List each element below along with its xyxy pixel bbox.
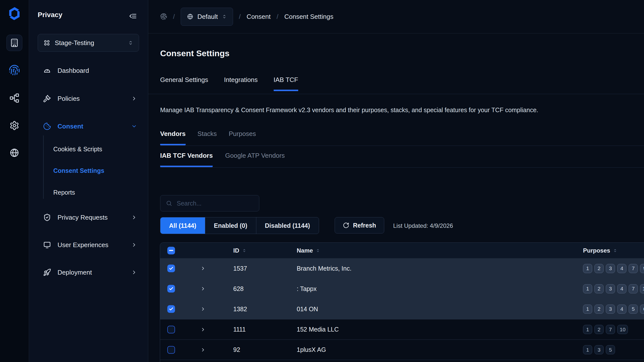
checkbox-check-icon: [169, 287, 174, 291]
tcf-subtabs: Vendors Stacks Purposes: [160, 130, 256, 145]
purpose-badge: 2: [594, 325, 604, 334]
organization-button[interactable]: [6, 35, 22, 51]
vendor-id: 628: [233, 279, 244, 299]
vendor-table-body: 1537 Branch Metrics, Inc. 123479 628 : T…: [160, 258, 644, 360]
settings-gear-icon[interactable]: [10, 121, 19, 131]
gauge-icon: [43, 67, 51, 75]
page-description: Manage IAB Transparency & Consent Framew…: [160, 106, 538, 114]
tab-iab-tcf-vendors[interactable]: IAB TCF Vendors: [160, 152, 213, 167]
row-checkbox[interactable]: [167, 305, 175, 313]
sidebar-item-policies[interactable]: Policies: [29, 90, 148, 107]
purpose-badge: 3: [594, 345, 604, 354]
fingerprint-icon: [160, 13, 167, 20]
gavel-icon: [43, 95, 51, 103]
expand-row-icon[interactable]: [200, 327, 206, 332]
row-checkbox[interactable]: [167, 346, 175, 354]
collapse-sidebar-icon[interactable]: [129, 12, 136, 20]
table-row[interactable]: 1537 Branch Metrics, Inc. 123479: [160, 258, 644, 279]
purpose-badge: 7: [629, 284, 638, 293]
sidebar: Privacy Stage-Testing Dashboard: [29, 0, 148, 362]
table-row[interactable]: 628 : Tappx 1234710: [160, 279, 644, 299]
list-updated-text: List Updated: 4/9/2026: [393, 222, 453, 229]
sidebar-item-cookies-scripts[interactable]: Cookies & Scripts: [53, 141, 102, 157]
column-header-name[interactable]: Name: [297, 247, 320, 254]
row-checkbox[interactable]: [167, 326, 175, 333]
subtab-vendors[interactable]: Vendors: [160, 130, 186, 145]
monitor-icon: [43, 241, 51, 249]
purpose-badge: 5: [606, 345, 615, 354]
tab-general-settings[interactable]: General Settings: [160, 76, 208, 91]
purpose-badge: 1: [583, 264, 592, 273]
filter-enabled[interactable]: Enabled (0): [205, 217, 256, 234]
sidebar-item-reports[interactable]: Reports: [53, 184, 75, 200]
vendor-name: 1plusX AG: [297, 340, 326, 360]
subtab-stacks[interactable]: Stacks: [198, 130, 217, 145]
sort-icon: [242, 248, 246, 254]
search-icon: [166, 200, 172, 206]
sidebar-item-consent[interactable]: Consent: [29, 118, 148, 135]
globe-icon[interactable]: [10, 148, 19, 158]
privacy-fingerprint-icon[interactable]: [9, 64, 20, 76]
sidebar-item-deployment[interactable]: Deployment: [29, 264, 148, 281]
filter-all[interactable]: All (1144): [160, 217, 205, 234]
purpose-badge: 10: [617, 325, 628, 334]
subtab-purposes[interactable]: Purposes: [229, 130, 256, 145]
refresh-icon: [343, 222, 349, 228]
tab-integrations[interactable]: Integrations: [224, 76, 258, 91]
chevron-down-icon: [131, 123, 137, 129]
purpose-badge: 1: [583, 284, 592, 293]
purposes-badges: 123456: [583, 299, 644, 319]
brand-logo-icon[interactable]: [7, 6, 22, 21]
vendor-search: [160, 195, 259, 211]
vendor-table: ID Name Purposes: [160, 242, 644, 362]
status-filter-group: All (1144) Enabled (0) Disabled (1144): [160, 217, 319, 234]
icon-rail: [0, 0, 29, 362]
tab-google-atp-vendors[interactable]: Google ATP Vendors: [225, 152, 284, 167]
table-row-partial: [160, 360, 644, 362]
workspace-selector[interactable]: Stage-Testing: [38, 34, 139, 52]
select-all-checkbox[interactable]: [167, 247, 175, 254]
checkbox-check-icon: [169, 307, 174, 312]
purpose-badge: 2: [594, 305, 604, 314]
expand-row-icon[interactable]: [200, 306, 206, 312]
sort-icon: [316, 248, 320, 254]
sidebar-subitem-label: Consent Settings: [53, 167, 104, 174]
page-title: Consent Settings: [160, 48, 230, 58]
tab-iab-tcf[interactable]: IAB TCF: [274, 76, 298, 91]
purpose-badge: 4: [617, 284, 626, 293]
refresh-button[interactable]: Refresh: [335, 217, 384, 233]
purpose-badge: 3: [606, 284, 615, 293]
search-input[interactable]: [176, 199, 257, 207]
sidebar-item-consent-settings[interactable]: Consent Settings: [53, 163, 104, 179]
expand-row-icon[interactable]: [200, 347, 206, 353]
column-header-purposes[interactable]: Purposes: [583, 247, 617, 254]
table-row[interactable]: 1382 014 ON 123456: [160, 299, 644, 319]
column-header-id[interactable]: ID: [233, 247, 246, 254]
rocket-icon: [43, 268, 51, 276]
hierarchy-icon[interactable]: [10, 93, 19, 103]
row-checkbox[interactable]: [167, 285, 175, 293]
sidebar-item-label: Policies: [58, 95, 125, 103]
sidebar-item-user-experiences[interactable]: User Experiences: [29, 236, 148, 253]
expand-row-icon[interactable]: [200, 286, 206, 291]
workspace-breadcrumb-dropdown[interactable]: Default: [181, 8, 233, 26]
building-icon: [10, 38, 19, 47]
sidebar-subitem-label: Cookies & Scripts: [53, 146, 102, 153]
refresh-label: Refresh: [353, 222, 376, 229]
sidebar-item-privacy-requests[interactable]: Privacy Requests: [29, 209, 148, 226]
chevron-right-icon: [131, 214, 137, 220]
row-checkbox[interactable]: [167, 265, 175, 272]
filter-disabled[interactable]: Disabled (1144): [256, 217, 319, 234]
table-row[interactable]: 92 1plusX AG 135: [160, 340, 644, 360]
table-row[interactable]: 1111 152 Media LLC 12710: [160, 319, 644, 340]
purpose-badge: 4: [617, 264, 626, 273]
cookie-icon: [43, 122, 51, 130]
expand-row-icon[interactable]: [200, 266, 206, 271]
page-tabs: General Settings Integrations IAB TCF: [160, 76, 298, 91]
purposes-badges: 1234710: [583, 279, 644, 299]
purpose-badge: 5: [629, 305, 638, 314]
purpose-badge: 6: [640, 305, 644, 314]
sidebar-item-label: Deployment: [58, 269, 125, 276]
breadcrumb-consent[interactable]: Consent: [247, 13, 271, 20]
sidebar-item-dashboard[interactable]: Dashboard: [29, 62, 148, 79]
